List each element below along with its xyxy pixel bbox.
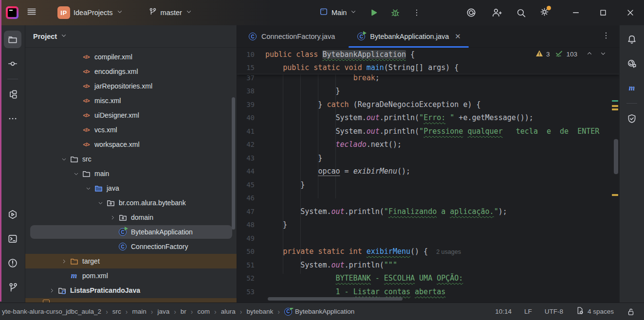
code-line-42[interactable]: 42 teclado.next(); [237,138,619,152]
code-line-53[interactable]: 53 1 - Listar contas abertas [237,285,619,299]
tool-strip-structure-button[interactable] [4,86,21,103]
tree-item-uidesigner-xml[interactable]: </>uiDesigner.xml [25,108,237,123]
chevron-expanded-icon[interactable] [95,200,106,206]
project-selector[interactable]: IP IdeaProjects [54,3,127,22]
line-number[interactable]: 37 [237,74,255,82]
chevron-expanded-icon[interactable] [83,185,93,192]
code-line-41[interactable]: 41 System.out.println("Pressione qualque… [237,124,619,138]
close-button[interactable] [617,0,644,25]
line-number[interactable]: 38 [237,87,255,95]
line-number[interactable]: 44 [237,167,255,175]
project-tree-scrollbar[interactable] [232,97,235,230]
inspections-widget[interactable]: 3 103 [535,48,607,61]
code-line-38[interactable]: 38 } [237,85,619,98]
line-number[interactable]: 42 [237,141,255,148]
tree-item-br-com-alura-bytebank[interactable]: br.com.alura.bytebank [25,196,237,210]
breadcrumb-item[interactable]: src [112,308,121,315]
code-line-49[interactable]: 49 [237,231,619,245]
breadcrumb-current-file[interactable]: CBytebankApplication [284,308,354,316]
code-line-52[interactable]: 52 BYTEBANK - ESCOLHA UMA OPÇÃO: [237,272,619,285]
tool-strip-problems-button[interactable] [4,254,21,272]
code-line-44[interactable]: 44 opcao = exibirMenu(); [237,165,619,178]
line-number[interactable]: 53 [237,288,255,296]
maximize-button[interactable] [589,0,617,25]
tree-item-misc-xml[interactable]: </>misc.xml [25,93,237,108]
chevron-collapsed-icon[interactable] [46,287,57,294]
file-lock-widget[interactable] [626,307,635,316]
tree-item-vcs-xml[interactable]: </>vcs.xml [25,123,237,137]
line-number[interactable]: 49 [237,234,255,242]
line-number[interactable]: 39 [237,101,255,108]
indent-widget[interactable]: 4 spaces [576,306,614,317]
line-number[interactable]: 43 [237,154,255,162]
line-separator-widget[interactable]: LF [524,308,532,315]
line-number[interactable]: 50 [237,248,255,255]
line-number[interactable]: 47 [237,208,255,215]
breadcrumb-item[interactable]: bytebank [246,308,273,315]
breadcrumb-item[interactable]: yte-bank-alura-curso_jdbc_aula_2 [2,308,101,315]
tree-item-target[interactable]: target [25,254,237,268]
code-line-47[interactable]: 47 System.out.println("Finalizando a apl… [237,205,619,218]
ai-assistant-button[interactable] [463,4,479,21]
code-line-45[interactable]: 45 } [237,178,619,192]
editor-hscrollbar[interactable] [268,297,403,301]
editor-scrollbar[interactable] [614,139,618,174]
breadcrumb-item[interactable]: br [181,308,186,315]
more-actions-kebab[interactable] [408,4,425,21]
chevron-expanded-icon[interactable] [58,156,69,162]
tree-item-jarrepositories-xml[interactable]: </>jarRepositories.xml [25,79,237,93]
tool-strip-terminal-button[interactable] [4,230,21,248]
line-number[interactable]: 41 [237,127,255,135]
encoding-widget[interactable]: UTF-8 [545,308,563,315]
breadcrumb-item[interactable]: com [198,308,210,315]
breadcrumb-item[interactable]: alura [221,308,236,315]
code-line-48[interactable]: 48 } [237,218,619,232]
debug-button[interactable] [387,4,404,21]
caret-position-widget[interactable]: 10:14 [495,308,512,315]
editor-tab-connectionfactory-java[interactable]: CConnectionFactory.java [237,25,346,48]
search-everywhere-button[interactable] [513,4,529,21]
tool-strip-project-folder-button[interactable] [4,31,21,48]
tree-item-pom-xml[interactable]: mpom.xml [25,268,237,283]
tree-item-compiler-xml[interactable]: </>compiler.xml [25,50,237,64]
vcs-branch-selector[interactable]: master [145,4,196,21]
line-number[interactable]: 45 [237,181,255,189]
tool-strip-services-run-button[interactable] [4,206,21,223]
tool-strip-git-branch-button[interactable] [4,279,21,296]
tool-strip-ai-assistant-button[interactable] [623,55,641,72]
tree-item-bytebankapplication[interactable]: CBytebankApplication [25,225,237,239]
tool-strip-security-button[interactable] [623,110,641,127]
line-number[interactable]: 15 [237,64,255,71]
tab-close-icon[interactable]: ✕ [455,32,461,41]
line-number[interactable]: 48 [237,221,255,229]
tool-strip-commit-button[interactable] [4,55,21,72]
code-line-39[interactable]: 39 } catch (RegraDeNegocioException e) { [237,98,619,111]
tree-item-src[interactable]: src [25,152,237,166]
tree-item-domain[interactable]: domain [25,210,237,225]
settings-button[interactable] [536,4,552,21]
editor-tab-bytebankapplication-java[interactable]: CBytebankApplication.java✕ [346,25,472,48]
line-number[interactable]: 51 [237,261,255,269]
chevron-expanded-icon[interactable] [71,171,81,177]
code-line-51[interactable]: 51 System.out.println(""" [237,258,619,272]
tree-item-connectionfactory[interactable]: CConnectionFactory [25,239,237,254]
code-line-15[interactable]: 15 public static void main(String[] args… [237,61,619,75]
chevron-collapsed-icon[interactable] [107,214,118,221]
tree-item-workspace-xml[interactable]: </>workspace.xml [25,137,237,152]
line-number[interactable]: 40 [237,114,255,122]
breadcrumb-item[interactable]: main [132,308,146,315]
next-problem-button[interactable] [600,50,607,58]
code-line-50[interactable]: 50 private static int exibirMenu() { 2 u… [237,245,619,259]
tree-item-java[interactable]: java [25,181,237,196]
tool-strip-more-button[interactable] [4,110,21,127]
tree-item-main[interactable]: main [25,166,237,181]
prev-problem-button[interactable] [586,50,593,58]
line-number[interactable]: 10 [237,51,255,58]
chevron-collapsed-icon[interactable] [58,258,69,265]
tool-strip-maven-tool-button[interactable]: m [623,79,641,97]
project-panel-header[interactable]: Project [25,25,237,48]
tool-strip-notifications-button[interactable] [623,31,641,48]
code-line-46[interactable]: 46 [237,192,619,205]
tree-item-encodings-xml[interactable]: </>encodings.xml [25,64,237,79]
code-with-me-button[interactable] [488,4,505,21]
